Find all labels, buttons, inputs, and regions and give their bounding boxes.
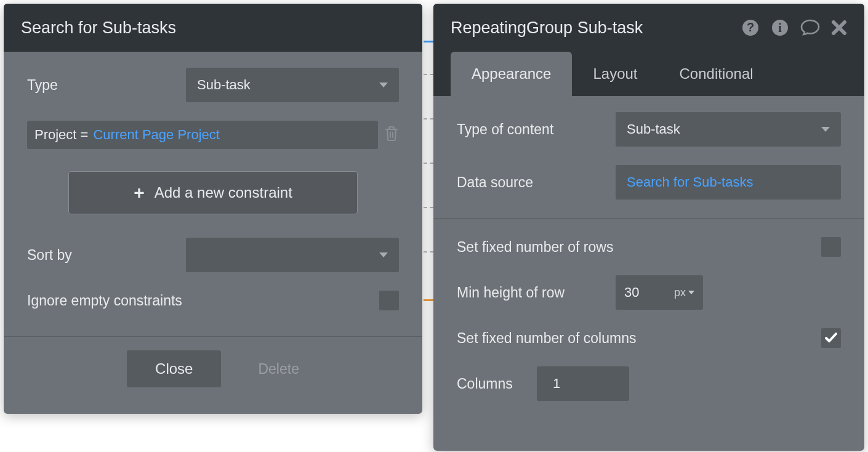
type-select-value: Sub-task <box>197 77 251 93</box>
tab-appearance-label: Appearance <box>472 65 551 82</box>
data-source-input[interactable]: Search for Sub-tasks <box>616 165 841 200</box>
info-icon[interactable]: i <box>771 18 789 37</box>
ignore-empty-label: Ignore empty constraints <box>27 293 379 309</box>
trash-icon[interactable] <box>384 126 399 144</box>
columns-select[interactable]: 1 <box>537 366 629 401</box>
accent-line-blue <box>424 41 433 42</box>
type-of-content-label: Type of content <box>457 121 616 138</box>
close-button[interactable]: Close <box>127 350 221 387</box>
fixed-rows-label: Set fixed number of rows <box>457 239 821 256</box>
min-height-input[interactable]: 30 px <box>616 275 703 310</box>
close-button-label: Close <box>155 360 193 377</box>
type-label: Type <box>27 77 186 94</box>
search-panel-footer: Close Delete <box>4 336 422 402</box>
type-of-content-select[interactable]: Sub-task <box>616 112 841 147</box>
add-constraint-label: Add a new constraint <box>155 184 292 201</box>
svg-text:i: i <box>778 21 782 34</box>
data-source-value: Search for Sub-tasks <box>627 174 753 190</box>
ignore-empty-checkbox[interactable] <box>379 291 399 310</box>
constraint-row[interactable]: Project = Current Page Project <box>27 121 378 149</box>
panel-gap-decor <box>424 0 433 452</box>
svg-text:?: ? <box>747 20 754 34</box>
accent-line-orange <box>424 299 433 301</box>
element-inspector-panel: RepeatingGroup Sub-task ? i Appearance L… <box>433 4 864 451</box>
columns-label: Columns <box>457 376 537 392</box>
comment-icon[interactable] <box>800 18 820 37</box>
data-source-label: Data source <box>457 174 616 191</box>
help-icon[interactable]: ? <box>741 18 760 37</box>
delete-button[interactable]: Delete <box>258 361 299 377</box>
chevron-down-icon <box>688 291 694 294</box>
inspector-title: RepeatingGroup Sub-task <box>451 18 643 38</box>
columns-value: 1 <box>553 376 560 392</box>
tab-layout-label: Layout <box>593 65 637 82</box>
constraint-value: Current Page Project <box>93 127 219 143</box>
chevron-down-icon <box>821 127 830 132</box>
fixed-rows-checkbox[interactable] <box>821 237 841 257</box>
chevron-down-icon <box>379 252 388 257</box>
chevron-down-icon <box>379 83 388 87</box>
min-height-value: 30 <box>624 285 639 301</box>
fixed-cols-checkbox[interactable] <box>821 328 841 348</box>
min-height-unit-label: px <box>674 286 686 299</box>
min-height-unit-select[interactable]: px <box>674 286 694 299</box>
min-height-label: Min height of row <box>457 285 616 301</box>
type-select[interactable]: Sub-task <box>186 68 399 102</box>
search-panel-header: Search for Sub-tasks <box>4 4 422 52</box>
tab-conditional[interactable]: Conditional <box>659 52 774 96</box>
fixed-cols-label: Set fixed number of columns <box>457 330 821 347</box>
search-panel: Search for Sub-tasks Type Sub-task Proje… <box>4 4 422 414</box>
tab-layout[interactable]: Layout <box>572 52 658 96</box>
type-of-content-value: Sub-task <box>627 121 680 137</box>
inspector-header: RepeatingGroup Sub-task ? i <box>433 4 864 52</box>
inspector-header-actions: ? i <box>741 18 847 37</box>
tab-appearance[interactable]: Appearance <box>451 52 572 96</box>
plus-icon: + <box>134 184 145 202</box>
sort-by-label: Sort by <box>27 247 186 264</box>
constraint-field: Project = <box>34 127 88 143</box>
tab-conditional-label: Conditional <box>680 65 753 82</box>
section-divider <box>433 218 864 219</box>
delete-button-label: Delete <box>258 361 299 377</box>
inspector-tabs: Appearance Layout Conditional <box>433 52 864 96</box>
close-icon[interactable] <box>831 20 847 36</box>
search-panel-title: Search for Sub-tasks <box>21 18 176 38</box>
sort-by-select[interactable] <box>186 238 399 272</box>
add-constraint-button[interactable]: + Add a new constraint <box>68 171 358 214</box>
